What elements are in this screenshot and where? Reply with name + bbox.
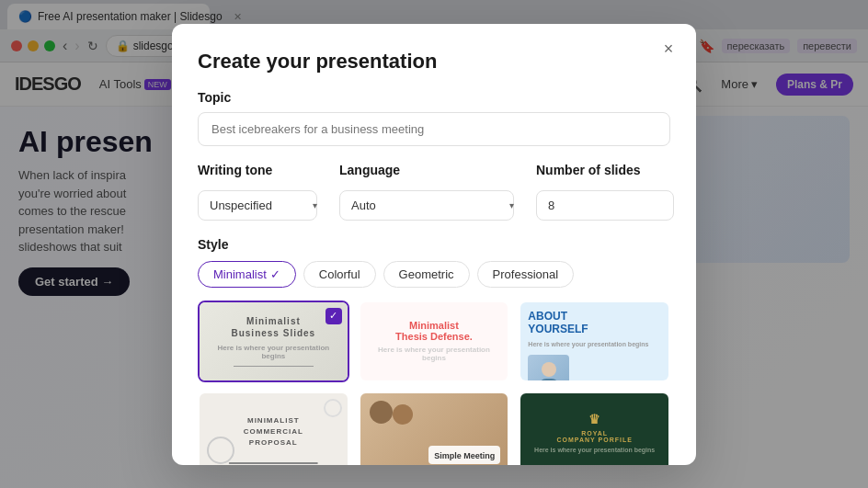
form-options-row: Writing tone Unspecified Formal Informal…	[198, 163, 670, 221]
writing-tone-select[interactable]: Unspecified Formal Informal Persuasive	[198, 190, 317, 221]
slides-group: Number of slides	[536, 163, 683, 221]
modal-close-button[interactable]: ×	[656, 37, 681, 62]
slides-label: Number of slides	[536, 163, 683, 177]
colorful-tab-label: Colorful	[319, 267, 360, 281]
style-tab-minimalist[interactable]: Minimalist ✓	[198, 261, 296, 288]
geometric-tab-label: Geometric	[399, 267, 454, 281]
topic-input[interactable]	[198, 112, 670, 146]
templates-grid: Minimalist Business Slides Here is where…	[198, 301, 670, 465]
language-select[interactable]: Auto English Spanish French	[339, 190, 514, 221]
language-select-wrapper: Auto English Spanish French ▾	[339, 190, 523, 221]
template-card-5[interactable]: Simple Meeting	[359, 392, 510, 465]
template-card-2[interactable]: Minimalist Thesis Defense. Here is where…	[359, 301, 510, 382]
style-tabs: Minimalist ✓ Colorful Geometric Professi…	[198, 261, 670, 288]
template-card-3[interactable]: ABOUTYOURSELF Here is where your present…	[519, 301, 670, 382]
template-thumbnail-6: ♛ ROYALCOMPANY PORFILE Here is where you…	[520, 393, 668, 465]
check-icon: ✓	[270, 267, 280, 281]
modal-title: Create your presentation	[198, 50, 670, 74]
template-card-4[interactable]: MINIMALISTCOMMERCIALPROPOSAL	[198, 392, 349, 465]
professional-tab-label: Professional	[493, 267, 559, 281]
modal-overlay[interactable]: × Create your presentation Topic Writing…	[0, 0, 868, 488]
writing-tone-select-wrapper: Unspecified Formal Informal Persuasive ▾	[198, 190, 326, 221]
style-tab-colorful[interactable]: Colorful	[303, 261, 376, 288]
writing-tone-group: Writing tone Unspecified Formal Informal…	[198, 163, 326, 221]
template-card-6[interactable]: ♛ ROYALCOMPANY PORFILE Here is where you…	[519, 392, 670, 465]
writing-tone-label: Writing tone	[198, 163, 326, 177]
language-group: Language Auto English Spanish French ▾	[339, 163, 523, 221]
topic-label: Topic	[198, 90, 670, 105]
template-thumbnail-3: ABOUTYOURSELF Here is where your present…	[520, 302, 668, 380]
template-card-1[interactable]: Minimalist Business Slides Here is where…	[198, 301, 349, 382]
style-label: Style	[198, 237, 670, 252]
style-tab-geometric[interactable]: Geometric	[383, 261, 470, 288]
language-label: Language	[339, 163, 523, 177]
selected-check-icon: ✓	[326, 308, 342, 324]
template-thumbnail-4: MINIMALISTCOMMERCIALPROPOSAL	[200, 393, 348, 465]
minimalist-tab-label: Minimalist	[213, 267, 267, 281]
template-thumbnail-2: Minimalist Thesis Defense. Here is where…	[360, 302, 508, 380]
template-thumbnail-5: Simple Meeting	[360, 393, 508, 465]
style-tab-professional[interactable]: Professional	[477, 261, 575, 288]
slides-input[interactable]	[536, 190, 674, 221]
modal-dialog: × Create your presentation Topic Writing…	[172, 24, 696, 465]
